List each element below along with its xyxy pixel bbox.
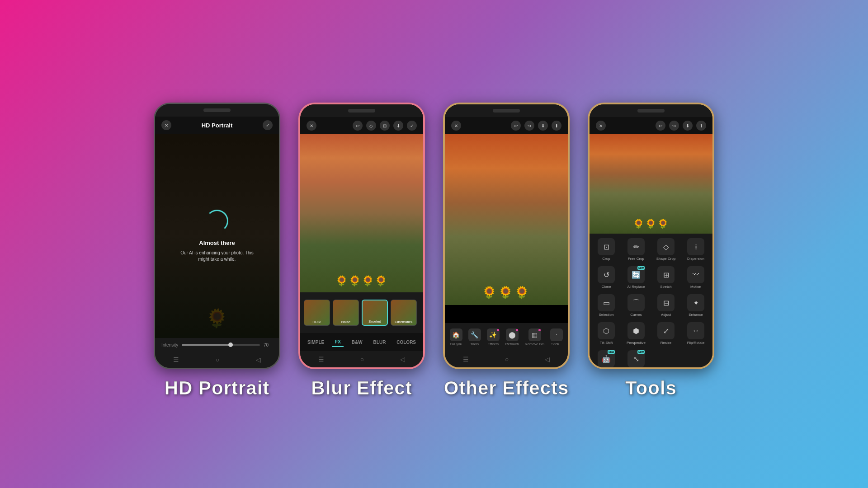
- phone2-topbar: ✕ ↩ ◇ ⊟ ⬇ ✓: [300, 117, 423, 134]
- phone3-nav-foryou[interactable]: 🏠 For you: [450, 328, 462, 346]
- phone3-save-btn[interactable]: ⬇: [538, 121, 548, 131]
- phone2-home-btn[interactable]: ○: [360, 356, 364, 363]
- tab-bw[interactable]: B&W: [349, 338, 365, 347]
- tool-clone[interactable]: ↺ Clone: [592, 264, 620, 291]
- phone1-menu-btn[interactable]: ☰: [173, 356, 179, 363]
- phone4-undo-btn[interactable]: ↩: [656, 121, 665, 131]
- filter-label-snorted: Snorted: [363, 319, 387, 324]
- freecrop-icon: ✏: [627, 238, 645, 255]
- phone4-save-btn[interactable]: ⬇: [683, 121, 693, 131]
- motion-label: Motion: [690, 285, 701, 289]
- selection-icon: ▭: [598, 294, 615, 311]
- tab-simple[interactable]: SIMPLE: [305, 338, 327, 347]
- phone1-title: HD Portrait: [202, 122, 233, 129]
- phone3-nav-retouch[interactable]: ⬤ Retouch: [505, 328, 519, 346]
- phone3-retouch-dot: [516, 329, 518, 331]
- phone1-back-btn[interactable]: ◁: [256, 356, 261, 363]
- phone3-share-btn[interactable]: ⬆: [552, 121, 561, 131]
- phone2-undo-btn[interactable]: ↩: [353, 121, 363, 131]
- tool-selection[interactable]: ▭ Selection: [592, 292, 620, 319]
- phone3-nav-sticker[interactable]: ⬝ Stick...: [550, 328, 563, 346]
- tool-crop[interactable]: ⊡ Crop: [592, 236, 620, 263]
- aiexpand-icon: ⤡: [627, 350, 645, 367]
- aienhance-label: AI Enhance: [597, 369, 615, 369]
- adjust-icon: ⊟: [657, 294, 675, 311]
- phone2-erase-btn[interactable]: ◇: [366, 121, 376, 131]
- phone3-nav-effects[interactable]: ✨ Effects: [487, 328, 500, 346]
- phone3-home-btn[interactable]: ○: [505, 356, 509, 363]
- aireplace-icon: 🔄: [627, 266, 645, 283]
- fliprotate-icon: ↔: [687, 322, 704, 339]
- phone3-nav-tools[interactable]: 🔧 Tools: [468, 328, 481, 346]
- phone3-topbar: ✕ ↩ ↪ ⬇ ⬆: [445, 117, 568, 134]
- tool-adjust[interactable]: ⊟ Adjust: [652, 292, 680, 319]
- phone4-tools-panel: ⊡ Crop ✏ Free Crop ◇ Shape Crop ⁞: [590, 234, 712, 369]
- tool-motion[interactable]: 〰 Motion: [682, 264, 710, 291]
- phone4-redo-btn[interactable]: ↪: [669, 121, 679, 131]
- tool-perspective[interactable]: ⬢ Perspective: [622, 320, 650, 347]
- filter-label-hdr: HDR!: [304, 320, 330, 324]
- notch-pill-3: [493, 109, 520, 113]
- phone3-effects-icon: ✨: [487, 328, 500, 341]
- phone4-share-btn[interactable]: ⬆: [696, 121, 706, 131]
- aienhance-icon: 🤖: [598, 350, 615, 367]
- tool-tiltshift[interactable]: ⬡ Tilt Shift: [592, 320, 620, 347]
- tool-aireplace[interactable]: 🔄 AI Replace: [622, 264, 650, 291]
- phone2-filter-noise[interactable]: Noise: [333, 300, 359, 326]
- tab-colors[interactable]: COLORS: [394, 338, 419, 347]
- tab-fx[interactable]: FX: [332, 338, 344, 347]
- phone3-menu-btn[interactable]: ☰: [463, 356, 469, 363]
- motion-icon: 〰: [687, 266, 704, 283]
- tool-aiexpand[interactable]: ⤡ AI Expand: [622, 348, 650, 369]
- phone1-topbar: ✕ HD Portrait ✓: [155, 117, 279, 134]
- phone4-image: [590, 134, 712, 234]
- phone4-screen: ⊡ Crop ✏ Free Crop ◇ Shape Crop ⁞: [590, 134, 712, 369]
- phone2-filter-snorted[interactable]: Snorted: [362, 300, 388, 326]
- phone3-android-nav: ☰ ○ ◁: [445, 351, 568, 367]
- phone2-filter-cinematic[interactable]: Cinematic1: [391, 300, 417, 326]
- phone3-tools-label: Tools: [470, 342, 479, 346]
- phone3-removebg-icon: ▦: [528, 328, 541, 341]
- phone4-close-btn[interactable]: ✕: [596, 121, 606, 131]
- tab-blur[interactable]: BLUR: [371, 338, 389, 347]
- shapecrop-icon: ◇: [657, 238, 675, 255]
- phone2-save-btn[interactable]: ⬇: [393, 121, 403, 131]
- phone2-check-btn[interactable]: ✓: [407, 121, 417, 131]
- phone3-back-btn[interactable]: ◁: [545, 356, 550, 363]
- tool-dispersion[interactable]: ⁞ Dispersion: [682, 236, 710, 263]
- notch-pill-2: [348, 109, 375, 113]
- phone1-intensity-value: 70: [264, 343, 273, 347]
- tool-freecrop[interactable]: ✏ Free Crop: [622, 236, 650, 263]
- tool-aienhance[interactable]: 🤖 AI Enhance: [592, 348, 620, 369]
- phone2-back-btn[interactable]: ◁: [400, 356, 405, 363]
- tool-stretch[interactable]: ⊞ Stretch: [652, 264, 680, 291]
- phone3-close-btn[interactable]: ✕: [451, 121, 461, 131]
- phone3-tools-icon: 🔧: [468, 328, 481, 341]
- stretch-label: Stretch: [660, 285, 671, 289]
- phone-frame-hdportrait: ✕ HD Portrait ✓ Almost there Our AI is e…: [154, 103, 280, 369]
- tool-enhance[interactable]: ✦ Enhance: [682, 292, 710, 319]
- phone1-home-btn[interactable]: ○: [216, 356, 219, 363]
- phone1-check-btn[interactable]: ✓: [263, 120, 273, 130]
- phone3-undo-btn[interactable]: ↩: [511, 121, 521, 131]
- tool-curves[interactable]: ⌒ Curves: [622, 292, 650, 319]
- phone2-filter-hdr[interactable]: HDR!: [304, 300, 330, 326]
- phone1-close-btn[interactable]: ✕: [161, 120, 171, 130]
- phone1-intensity-bar: Intensity 70: [155, 338, 279, 352]
- tool-shapecrop[interactable]: ◇ Shape Crop: [652, 236, 680, 263]
- phone-section-hdportrait: ✕ HD Portrait ✓ Almost there Our AI is e…: [154, 103, 280, 399]
- tool-resize[interactable]: ⤢ Resize: [652, 320, 680, 347]
- phone-frame-effects: ✕ ↩ ↪ ⬇ ⬆ 🏠 For you 🔧: [443, 103, 570, 369]
- phone1-intensity-track[interactable]: [182, 344, 260, 346]
- phone1-overlay: Almost there Our AI is enhancing your ph…: [155, 134, 279, 338]
- phone3-nav-removebg[interactable]: ▦ Remove BG: [525, 328, 545, 346]
- tool-fliprotate[interactable]: ↔ Flip/Rotate: [682, 320, 710, 347]
- phone-section-blur: ✕ ↩ ◇ ⊟ ⬇ ✓ HDR! Noise: [298, 103, 425, 399]
- phone2-close-btn[interactable]: ✕: [307, 121, 316, 131]
- aireplace-label: AI Replace: [627, 285, 645, 289]
- phone3-redo-btn[interactable]: ↪: [524, 121, 534, 131]
- phone2-menu-btn[interactable]: ☰: [318, 356, 324, 363]
- phone2-copy-btn[interactable]: ⊟: [380, 121, 390, 131]
- phone3-top-icons: ↩ ↪ ⬇ ⬆: [511, 121, 561, 131]
- curves-icon: ⌒: [627, 294, 645, 311]
